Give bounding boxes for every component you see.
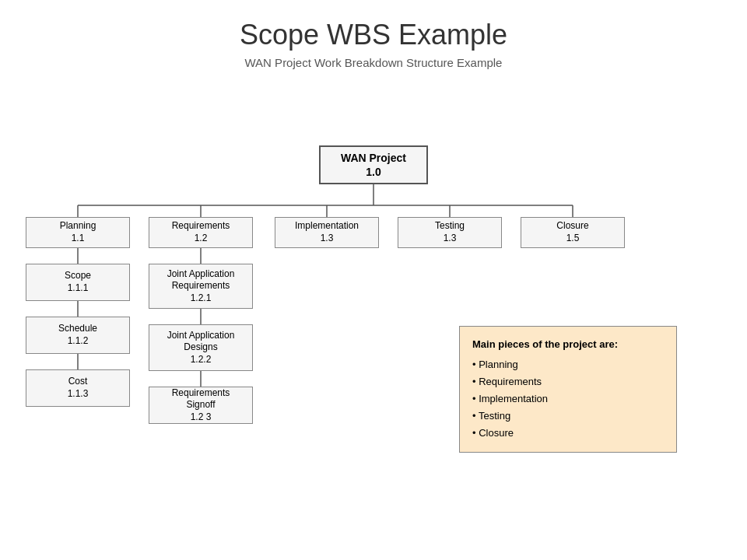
node-root: WAN Project 1.0 xyxy=(319,145,428,184)
info-box-item-planning: • Planning xyxy=(472,356,664,373)
wbs-diagram: WAN Project 1.0 Planning 1.1 Requirement… xyxy=(0,93,747,551)
info-box-item-testing: • Testing xyxy=(472,408,664,425)
node-closure: Closure 1.5 xyxy=(521,217,625,248)
info-box-item-requirements: • Requirements xyxy=(472,373,664,390)
node-testing: Testing 1.3 xyxy=(398,217,502,248)
node-jar: Joint Application Requirements 1.2.1 xyxy=(149,264,253,309)
node-scope: Scope 1.1.1 xyxy=(26,264,130,301)
node-implementation: Implementation 1.3 xyxy=(275,217,379,248)
node-planning: Planning 1.1 xyxy=(26,217,130,248)
info-box-title: Main pieces of the project are: xyxy=(472,336,664,353)
subtitle: WAN Project Work Breakdown Structure Exa… xyxy=(0,56,747,69)
info-box: Main pieces of the project are: • Planni… xyxy=(459,326,677,453)
node-schedule: Schedule 1.1.2 xyxy=(26,317,130,354)
node-jad: Joint Application Designs 1.2.2 xyxy=(149,324,253,371)
page-title: Scope WBS Example xyxy=(0,0,747,51)
node-requirements: Requirements 1.2 xyxy=(149,217,253,248)
node-cost: Cost 1.1.3 xyxy=(26,369,130,407)
node-signoff: Requirements Signoff 1.2 3 xyxy=(149,387,253,424)
info-box-item-closure: • Closure xyxy=(472,425,664,442)
info-box-item-implementation: • Implementation xyxy=(472,390,664,408)
